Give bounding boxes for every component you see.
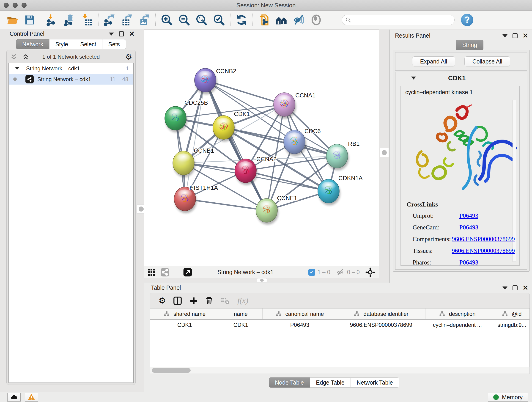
column-header-name[interactable]: name	[219, 308, 263, 319]
crosslink-link[interactable]: 9606.ENSP00000378699	[452, 247, 515, 254]
column-header-database-identifier[interactable]: database identifier	[337, 308, 425, 319]
gene-section-header[interactable]: CDK1	[395, 72, 527, 84]
column-header-description[interactable]: description	[425, 308, 489, 319]
network-view-canvas[interactable]: CCNB2CCNA1CDC25BCDK1CDC6RB1CCNB1CCNA2CDK…	[144, 30, 379, 266]
tab-network[interactable]: Network	[16, 39, 50, 49]
network-tree: String Network – cdk1 1 String Network –…	[8, 63, 133, 383]
tab-style[interactable]: Style	[49, 39, 75, 49]
show-columns-icon[interactable]	[173, 296, 182, 306]
panel-menu-icon[interactable]	[502, 34, 507, 37]
save-session-icon[interactable]	[22, 13, 37, 26]
column-header-shared-name[interactable]: shared name	[150, 308, 219, 319]
close-panel-icon[interactable]: ✕	[523, 33, 528, 38]
string-results-container: Expand All Collapse All CDK1 cyclin–depe…	[393, 50, 530, 272]
open-session-icon[interactable]	[5, 13, 20, 26]
tab-node-table[interactable]: Node Table	[269, 377, 310, 388]
table-cell[interactable]: 9606.ENSP00000378699	[337, 319, 425, 330]
node-CDC25B[interactable]: CDC25B	[165, 99, 208, 133]
zoom-out-icon[interactable]	[177, 13, 191, 26]
help-icon[interactable]: ?	[461, 14, 473, 26]
birdseye-view-icon[interactable]	[147, 268, 156, 277]
search-input[interactable]	[351, 15, 454, 25]
network-options-gear-icon[interactable]: ⚙	[125, 53, 132, 61]
crosslink-link[interactable]: P06493	[459, 259, 478, 266]
hide-panels-icon[interactable]	[291, 13, 306, 26]
node-label-CCNE1: CCNE1	[277, 195, 297, 201]
node-HIST1H1A[interactable]: HIST1H1A	[174, 184, 218, 213]
gene-name: CDK1	[448, 75, 466, 82]
node-label-CCNB1: CCNB1	[194, 147, 214, 154]
table-row[interactable]: CDK1CDK1P064939606.ENSP00000378699cyclin…	[150, 319, 530, 330]
close-panel-icon[interactable]: ✕	[129, 32, 135, 36]
import-database-icon[interactable]	[62, 13, 77, 26]
crosslink-link[interactable]: 9606.ENSP00000378699	[452, 236, 515, 243]
crosslink-link[interactable]: P06493	[459, 212, 478, 219]
collection-count: 1	[126, 65, 129, 72]
cloud-status-button[interactable]	[7, 393, 21, 402]
export-network-icon[interactable]	[102, 13, 117, 26]
home-icon[interactable]	[274, 13, 289, 26]
node-CCNB2[interactable]: CCNB2	[195, 68, 236, 95]
open-in-window-icon[interactable]	[183, 268, 192, 277]
scrollbar-thumb[interactable]	[152, 368, 191, 373]
selected-checkbox-icon[interactable]: ✓	[308, 269, 315, 276]
node-CDKN1A[interactable]: CDKN1A	[318, 175, 363, 205]
network-collection-row[interactable]: String Network – cdk1 1	[9, 63, 133, 74]
node-CCNE1[interactable]: CCNE1	[256, 195, 297, 225]
tab-sets[interactable]: Sets	[102, 39, 126, 49]
network-row-selected[interactable]: String Network – cdk1 11 48	[9, 74, 133, 85]
table-cell[interactable]: P06493	[263, 319, 337, 330]
export-image-icon[interactable]	[137, 13, 152, 26]
memory-button[interactable]: Memory	[488, 393, 528, 402]
fit-crosshair-icon[interactable]	[365, 267, 375, 277]
expand-all-button[interactable]: Expand All	[412, 56, 455, 66]
function-builder-icon-disabled: f(x)	[237, 296, 248, 305]
float-panel-icon[interactable]	[513, 33, 518, 38]
float-panel-icon[interactable]	[513, 285, 518, 290]
add-column-icon[interactable]	[189, 296, 198, 305]
close-panel-icon[interactable]: ✕	[523, 285, 528, 290]
node-CDC6[interactable]: CDC6	[284, 128, 321, 156]
tab-string[interactable]: String	[456, 40, 483, 50]
delete-column-icon[interactable]	[205, 296, 214, 305]
edge-CCNB2-CCNA1[interactable]	[205, 80, 284, 104]
column-header--id[interactable]: @id	[489, 308, 530, 319]
section-caret-icon[interactable]	[411, 77, 416, 80]
node-label-CDC6: CDC6	[304, 128, 321, 134]
node-RB1[interactable]: RB1	[326, 140, 360, 170]
float-panel-icon[interactable]	[119, 32, 124, 36]
crosslink-link[interactable]: P06493	[459, 224, 478, 231]
warning-button[interactable]	[25, 393, 38, 402]
zoom-in-icon[interactable]	[159, 13, 174, 26]
collection-caret-icon[interactable]	[15, 67, 19, 70]
export-table-icon[interactable]	[120, 13, 134, 26]
string-panel-toggle-icon[interactable]	[160, 268, 170, 277]
import-table-icon[interactable]	[80, 13, 94, 26]
import-network-icon[interactable]	[45, 13, 60, 26]
crosslink-label: GeneCard:	[407, 224, 459, 231]
tab-select[interactable]: Select	[74, 39, 102, 49]
preview-eye-icon[interactable]	[309, 13, 323, 26]
column-header-canonical-name[interactable]: canonical name	[263, 308, 337, 319]
table-cell[interactable]: CDK1	[219, 319, 263, 330]
table-options-gear-icon[interactable]: ⚙	[158, 297, 166, 305]
table-horizontal-scrollbar[interactable]	[150, 367, 530, 374]
table-panel: Table Panel ✕ ⚙ f(x) shared namename can…	[144, 283, 532, 392]
refresh-icon[interactable]	[234, 13, 249, 26]
table-cell[interactable]: stringdb:9...	[489, 319, 530, 330]
node-label-CDKN1A: CDKN1A	[338, 175, 363, 182]
network-from-file-icon[interactable]	[257, 13, 271, 26]
collapse-all-button[interactable]: Collapse All	[464, 56, 510, 66]
tab-network-table[interactable]: Network Table	[351, 377, 399, 388]
panel-menu-icon[interactable]	[502, 287, 507, 289]
zoom-selected-icon[interactable]	[212, 13, 226, 26]
tab-edge-table[interactable]: Edge Table	[310, 377, 351, 388]
table-cell[interactable]: cyclin–dependent ...	[425, 319, 489, 330]
panel-menu-icon[interactable]	[109, 32, 114, 36]
right-splitter-handle[interactable]	[380, 148, 389, 157]
table-cell[interactable]: CDK1	[150, 319, 219, 330]
edge-HIST1H1A-CCNE1[interactable]	[185, 199, 267, 211]
bottom-splitter-handle[interactable]	[257, 278, 267, 282]
toolbar-separator	[230, 13, 230, 26]
zoom-fit-icon[interactable]	[194, 13, 209, 26]
